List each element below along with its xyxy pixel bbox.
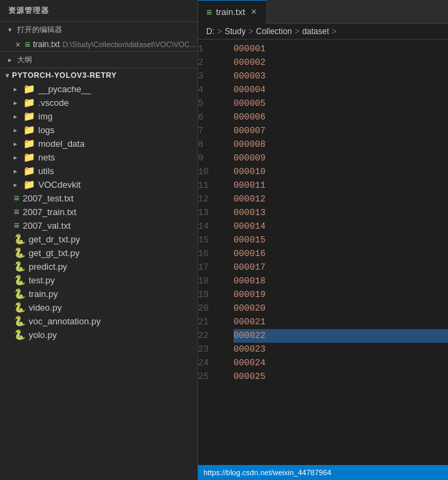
py-icon: 🐍 [14, 302, 25, 313]
chevron-down-icon: ▾ [8, 26, 12, 33]
line-number: 7 [198, 124, 224, 138]
line-number: 21 [198, 315, 224, 329]
file-item[interactable]: ▸📁img [0, 109, 197, 123]
tab-bar: ≡ train.txt ✕ [198, 0, 448, 24]
open-editors-title: 打开的编辑器 [17, 25, 62, 35]
code-line: 000012 [234, 193, 448, 206]
code-area[interactable]: 1234567891011121314151617181920212223242… [198, 40, 448, 465]
file-list: ▸📁__pycache__▸📁.vscode▸📁img▸📁logs▸📁model… [0, 82, 197, 341]
sidebar: 资源管理器 ▾ 打开的编辑器 ✕ ≡ train.txt D:\Study\Co… [0, 0, 198, 480]
outline-title: 大纲 [17, 55, 32, 65]
code-line: 000022 [234, 329, 448, 343]
file-icon-txt: ≡ [25, 39, 30, 50]
folder-icon: 📁 [23, 165, 35, 176]
line-number: 12 [198, 193, 224, 206]
line-number: 3 [198, 70, 224, 83]
code-line: 000006 [234, 111, 448, 124]
folder-icon: 📁 [23, 124, 35, 135]
file-item[interactable]: 🐍train.py [0, 287, 197, 300]
open-editors-label[interactable]: ▾ 打开的编辑器 [0, 22, 197, 38]
file-label: yolo.py [29, 330, 57, 340]
code-line: 000025 [234, 370, 448, 384]
file-item[interactable]: ≡2007_val.txt [0, 218, 197, 232]
open-editors-section: ▾ 打开的编辑器 ✕ ≡ train.txt D:\Study\Collecti… [0, 22, 197, 52]
py-icon: 🐍 [14, 234, 25, 244]
line-number: 6 [198, 111, 224, 124]
code-line: 000007 [234, 124, 448, 138]
file-label: train.py [29, 289, 58, 299]
file-item[interactable]: 🐍video.py [0, 300, 197, 314]
file-item[interactable]: ▸📁utils [0, 164, 197, 178]
line-number: 24 [198, 356, 224, 370]
file-item[interactable]: 🐍test.py [0, 273, 197, 287]
file-label: video.py [29, 302, 61, 313]
breadcrumb-sep2: > [249, 27, 253, 36]
file-item[interactable]: 🐍get_gt_txt.py [0, 246, 197, 259]
py-icon: 🐍 [14, 315, 25, 326]
explorer-section[interactable]: ▾ PYTORCH-YOLOV3-RETRY ▸📁__pycache__▸📁.v… [0, 68, 197, 480]
line-number: 9 [198, 152, 224, 165]
code-line: 000018 [234, 274, 448, 288]
line-number: 20 [198, 302, 224, 315]
folder-icon: 📁 [23, 179, 35, 190]
file-item[interactable]: ≡2007_train.txt [0, 205, 197, 218]
line-number: 19 [198, 288, 224, 302]
file-label: img [38, 111, 53, 122]
file-item[interactable]: ▸📁nets [0, 150, 197, 164]
close-icon[interactable]: ✕ [14, 40, 22, 49]
py-icon: 🐍 [14, 329, 25, 340]
breadcrumb-study[interactable]: Study [225, 27, 246, 36]
line-number: 14 [198, 220, 224, 234]
line-number: 10 [198, 165, 224, 179]
code-line: 000001 [234, 42, 448, 56]
breadcrumb-drive[interactable]: D: [206, 27, 214, 36]
file-item[interactable]: ▸📁model_data [0, 137, 197, 150]
open-editor-item[interactable]: ✕ ≡ train.txt D:\Study\Collection\datase… [0, 38, 197, 51]
line-number: 1 [198, 42, 224, 56]
file-item[interactable]: ▸📁logs [0, 123, 197, 137]
file-item[interactable]: ≡2007_test.txt [0, 191, 197, 205]
outline-label[interactable]: ▸ 大纲 [0, 52, 197, 68]
code-line: 000016 [234, 247, 448, 261]
breadcrumb-dataset[interactable]: dataset [302, 27, 328, 36]
folder-chevron-icon: ▸ [14, 154, 17, 161]
file-item[interactable]: 🐍yolo.py [0, 328, 197, 341]
line-number: 2 [198, 56, 224, 70]
file-item[interactable]: 🐍predict.py [0, 259, 197, 273]
file-item[interactable]: ▸📁VOCdevkit [0, 178, 197, 191]
code-line: 000002 [234, 56, 448, 70]
file-item[interactable]: ▸📁__pycache__ [0, 82, 197, 96]
line-number: 13 [198, 206, 224, 220]
line-numbers: 1234567891011121314151617181920212223242… [198, 40, 231, 465]
project-root-label[interactable]: ▾ PYTORCH-YOLOV3-RETRY [0, 68, 197, 82]
code-line: 000011 [234, 179, 448, 193]
code-line: 000014 [234, 220, 448, 234]
file-item[interactable]: 🐍get_dr_txt.py [0, 232, 197, 246]
breadcrumb-collection[interactable]: Collection [256, 27, 292, 36]
editor-tab[interactable]: ≡ train.txt ✕ [198, 0, 267, 24]
status-bar: https://blog.csdn.net/weixin_44787964 [198, 465, 448, 480]
line-number: 4 [198, 83, 224, 97]
py-icon: 🐍 [14, 288, 25, 299]
code-line: 000019 [234, 288, 448, 302]
file-item[interactable]: ▸📁.vscode [0, 96, 197, 109]
line-number: 16 [198, 247, 224, 261]
file-item[interactable]: 🐍voc_annotation.py [0, 314, 197, 328]
folder-chevron-icon: ▸ [14, 85, 17, 93]
file-label: 2007_test.txt [23, 193, 73, 203]
code-line: 000023 [234, 343, 448, 356]
tab-close-button[interactable]: ✕ [249, 7, 258, 17]
folder-chevron-icon: ▸ [14, 113, 17, 120]
tab-file-icon: ≡ [206, 7, 212, 18]
code-content: 0000010000020000030000040000050000060000… [231, 40, 448, 465]
line-number: 23 [198, 343, 224, 356]
folder-chevron-icon: ▸ [14, 140, 17, 147]
breadcrumb: D: > Study > Collection > dataset > [198, 24, 448, 40]
line-number: 15 [198, 234, 224, 247]
file-label: logs [38, 125, 55, 135]
file-label: .vscode [38, 98, 69, 108]
file-label: model_data [38, 139, 85, 149]
open-file-name: train.txt [33, 40, 59, 49]
txt-icon: ≡ [14, 193, 19, 203]
breadcrumb-sep3: > [294, 27, 299, 36]
